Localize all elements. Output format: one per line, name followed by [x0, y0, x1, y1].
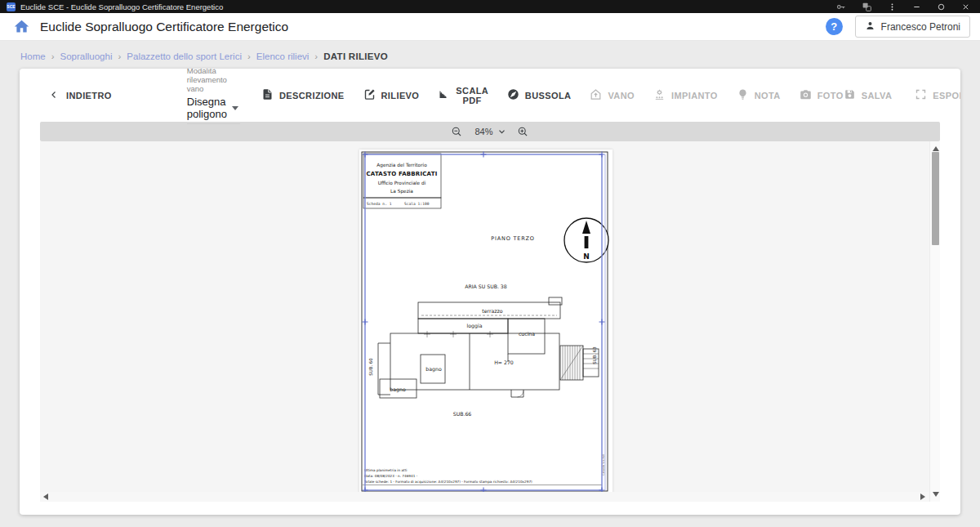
pdf-footer-line: Ultima planimetria in atti	[364, 468, 407, 472]
lightbulb-icon	[737, 88, 749, 102]
pdf-page[interactable]: Agenzia del Territorio CATASTO FABBRICAT…	[359, 150, 612, 496]
room-label-terrazzo: terrazzo	[482, 308, 502, 314]
breadcrumb-link-sopralluoghi[interactable]: Sopralluoghi	[60, 51, 113, 61]
nota-button[interactable]: NOTA	[737, 86, 781, 105]
window-titlebar: SCE Euclide SCE - Euclide Sopralluogo Ce…	[0, 0, 980, 13]
page-title: Euclide Sopralluogo Certificatore Energe…	[40, 20, 288, 34]
room-label-bagno: bagno	[390, 386, 406, 393]
aria-label: ARIA SU SUB. 38	[465, 284, 507, 289]
plant-gear-icon	[653, 88, 666, 102]
compass-icon	[507, 88, 519, 102]
button-label: FOTO	[817, 91, 844, 100]
help-icon[interactable]: ?	[826, 18, 843, 35]
impianto-button[interactable]: IMPIANTO	[653, 86, 718, 105]
breadcrumb-separator: ›	[314, 51, 318, 61]
mode-select[interactable]: Modalità rilevamento vano Disegna poligo…	[187, 69, 240, 124]
main-card: INDIETRO Modalità rilevamento vano Diseg…	[20, 69, 960, 515]
horizontal-scrollbar[interactable]	[40, 492, 929, 502]
person-icon	[865, 20, 875, 33]
zoom-level-dropdown[interactable]: 84%	[474, 127, 505, 136]
ruler-icon	[438, 88, 450, 102]
save-icon	[844, 88, 856, 102]
breadcrumb-link-home[interactable]: Home	[20, 51, 46, 61]
button-label: DESCRIZIONE	[279, 91, 345, 100]
button-label: BUSSOLA	[525, 91, 572, 100]
pdf-footer-line: Data: 08/08/2023 - n. 746941 -	[364, 474, 418, 478]
vertical-scrollbar[interactable]	[929, 141, 940, 502]
chevron-down-icon	[498, 129, 506, 135]
rilievo-toolbar: INDIETRO Modalità rilevamento vano Diseg…	[20, 69, 960, 122]
room-icon	[590, 88, 602, 102]
zoom-out-icon[interactable]	[451, 126, 463, 138]
button-label: ESPORTA	[933, 91, 960, 100]
restore-button[interactable]	[937, 2, 946, 11]
scroll-up-icon[interactable]	[933, 146, 939, 151]
pdf-canvas[interactable]: Agenzia del Territorio CATASTO FABBRICAT…	[40, 141, 940, 502]
button-label: SALVA	[862, 91, 893, 100]
chevron-down-icon	[232, 106, 238, 110]
camera-icon	[800, 88, 812, 102]
breadcrumb-separator: ›	[118, 51, 121, 61]
catasto-stamp: Agenzia del Territorio CATASTO FABBRICAT…	[363, 154, 441, 208]
zoom-in-icon[interactable]	[517, 126, 529, 138]
scroll-down-icon[interactable]	[933, 492, 939, 497]
scala-label: Scala 1:100	[404, 202, 430, 206]
breadcrumb: Home › Sopralluoghi › Palazzetto dello s…	[0, 41, 980, 69]
export-selection-icon	[915, 88, 927, 102]
user-name: Francesco Petroni	[881, 21, 960, 33]
user-menu-button[interactable]: Francesco Petroni	[855, 16, 970, 38]
room-label-cucina: cucina	[519, 331, 535, 337]
close-button[interactable]	[961, 2, 970, 11]
scala-pdf-button[interactable]: SCALA PDF	[438, 86, 488, 105]
stamp-line: La Spezia	[390, 189, 413, 194]
overlay-handles[interactable]	[363, 152, 605, 494]
app-badge-icon: SCE	[7, 2, 16, 11]
stamp-line: Agenzia del Territorio	[376, 163, 427, 168]
height-label: H= 270	[494, 360, 514, 365]
translate-icon[interactable]	[862, 2, 872, 12]
stamp-line: Ufficio Provinciale di	[378, 181, 426, 185]
polygon-overlay-rect[interactable]	[365, 154, 602, 490]
breadcrumb-separator: ›	[247, 51, 251, 61]
button-label: SCALA PDF	[456, 86, 488, 105]
room-label-bagno: bagno	[425, 366, 442, 373]
descrizione-button[interactable]: DESCRIZIONE	[261, 86, 345, 105]
key-icon[interactable]	[835, 2, 846, 12]
breadcrumb-separator: ›	[51, 51, 55, 61]
overflow-menu-icon[interactable]	[888, 2, 897, 11]
sub-label-left: SUB. 60	[368, 358, 373, 376]
esporta-button[interactable]: ESPORTA	[915, 88, 960, 102]
edit-square-icon	[363, 88, 376, 102]
breadcrumb-current: DATI RILIEVO	[323, 51, 388, 61]
button-label: IMPIANTO	[671, 91, 718, 100]
scheda-label: Scheda n. 1	[367, 202, 392, 206]
floor-title: PIANO TERZO	[491, 235, 534, 242]
bussola-button[interactable]: BUSSOLA	[507, 86, 572, 105]
zoom-level-value: 84%	[474, 127, 492, 136]
description-icon	[261, 88, 274, 102]
breadcrumb-link-palazzetto[interactable]: Palazzetto dello sport Lerici	[127, 51, 242, 61]
app-header: Euclide Sopralluogo Certificatore Energe…	[0, 13, 980, 41]
scroll-right-icon[interactable]	[920, 494, 925, 500]
floor-plan-svg: Agenzia del Territorio CATASTO FABBRICAT…	[359, 150, 612, 496]
vertical-scrollbar-thumb[interactable]	[932, 152, 939, 245]
foto-button[interactable]: FOTO	[800, 86, 844, 105]
back-button-label: INDIETRO	[66, 91, 112, 100]
rilievo-button[interactable]: RILIEVO	[363, 86, 420, 105]
button-label: RILIEVO	[381, 91, 420, 100]
zoom-toolbar: 84%	[40, 122, 940, 141]
mode-select-label: Modalità rilevamento vano	[187, 69, 240, 93]
sub-label-bottom: SUB.66	[453, 411, 472, 417]
home-icon[interactable]	[13, 18, 30, 35]
compass-n-label: N	[583, 252, 590, 261]
stamp-line: CATASTO FABBRICATI	[367, 171, 438, 177]
salva-button[interactable]: SALVA	[844, 88, 893, 102]
scroll-left-icon[interactable]	[43, 494, 48, 500]
breadcrumb-link-elenco-rilievi[interactable]: Elenco rilievi	[256, 51, 310, 61]
back-button[interactable]: INDIETRO	[49, 90, 112, 101]
button-label: NOTA	[755, 91, 781, 100]
minimize-button[interactable]	[912, 2, 921, 11]
sub-label-right: SUB. 63	[592, 346, 597, 364]
pdf-footer-line: Totale schede: 1 - Formato di acquisizio…	[363, 480, 532, 484]
vano-button[interactable]: VANO	[590, 86, 635, 105]
